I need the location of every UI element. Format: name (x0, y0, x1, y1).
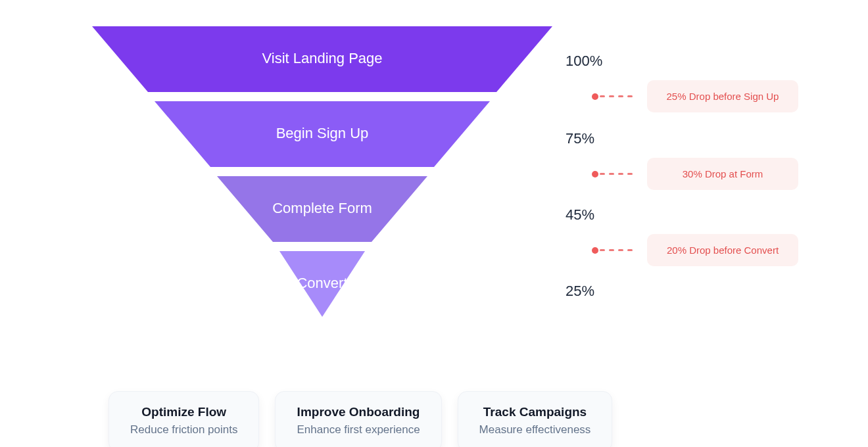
funnel-segment (279, 251, 365, 317)
drop-badge: 25% Drop before Sign Up (647, 80, 798, 112)
funnel-segment (92, 26, 552, 92)
funnel-column: Visit Landing Page Begin Sign Up Complet… (92, 26, 552, 326)
dash-icon (600, 249, 633, 251)
card-title: Improve Onboarding (297, 405, 420, 419)
funnel-stage-1: Begin Sign Up (92, 101, 552, 167)
stage-percent: 75% (566, 130, 594, 147)
funnel-stage-2: Complete Form (92, 176, 552, 242)
card-title: Track Campaigns (479, 405, 591, 419)
funnel-chart: Visit Landing Page Begin Sign Up Complet… (92, 26, 789, 368)
drop-indicator-1: 30% Drop at Form (592, 158, 798, 190)
funnel-stage-3: Convert (92, 251, 552, 317)
funnel-stage-0: Visit Landing Page (92, 26, 552, 92)
stage-percent: 25% (566, 283, 594, 300)
dash-icon (600, 173, 633, 175)
funnel-segment (217, 176, 427, 242)
insight-card[interactable]: Optimize Flow Reduce friction points (108, 391, 259, 447)
insight-card[interactable]: Improve Onboarding Enhance first experie… (275, 391, 441, 447)
drop-indicator-2: 20% Drop before Convert (592, 234, 798, 266)
insight-cards-row: Optimize Flow Reduce friction points Imp… (108, 391, 612, 447)
card-subtitle: Measure effectiveness (479, 423, 591, 436)
drop-indicator-0: 25% Drop before Sign Up (592, 80, 798, 112)
drop-badge: 30% Drop at Form (647, 158, 798, 190)
dash-icon (600, 95, 633, 97)
card-subtitle: Enhance first experience (297, 423, 420, 436)
dot-icon (592, 247, 598, 254)
insight-card[interactable]: Track Campaigns Measure effectiveness (458, 391, 613, 447)
card-subtitle: Reduce friction points (130, 423, 237, 436)
card-title: Optimize Flow (130, 405, 237, 419)
stage-percent: 45% (566, 206, 594, 224)
funnel-segment (155, 101, 490, 167)
stage-percent: 100% (566, 53, 602, 70)
drop-badge: 20% Drop before Convert (647, 234, 798, 266)
dot-icon (592, 171, 598, 177)
dot-icon (592, 93, 598, 100)
